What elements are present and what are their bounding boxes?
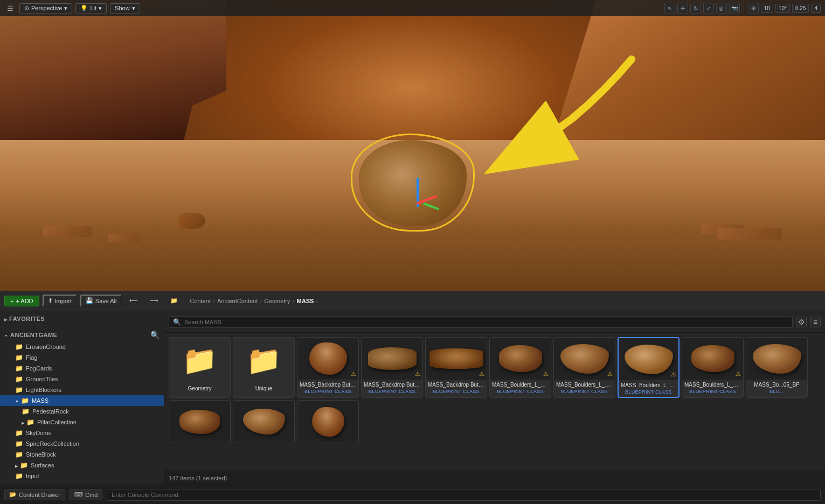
asset-thumb-8 — [746, 338, 807, 380]
sidebar-item-pedestalrock[interactable]: 📁 PedestalRock — [0, 406, 164, 417]
import-button[interactable]: ⬆ Import — [43, 295, 77, 307]
favorites-header[interactable]: FAVORITES — [0, 313, 164, 324]
cb-search-bar: 🔍 ⚙ ≡ — [164, 311, 825, 333]
asset-boulders-l01[interactable]: ⚠ MASS_Boulders_L_01_BP BLUEPRINT CLASS — [489, 337, 551, 398]
asset-row2-1[interactable] — [169, 400, 231, 443]
sidebar-item-pillarcollection[interactable]: 📁 PillarCollection — [0, 417, 164, 428]
asset-name-4: MASS_Boulders_L_01_BP — [490, 380, 551, 389]
history-back-button[interactable]: ⟵ — [125, 296, 142, 306]
breadcrumb-content[interactable]: Content — [190, 298, 211, 304]
ancient-game-search-icon[interactable]: 🔍 — [150, 331, 160, 339]
content-drawer-button[interactable]: 📂 Content Drawer — [4, 489, 65, 500]
asset-backdrop-m01[interactable]: ⚠ MASS_Backdrop Butte_M_01_BP BLUEPRINT … — [361, 337, 423, 398]
asset-backdrop-s01[interactable]: ⚠ MASS_Backdrop Butte_S_01_BP BLUEPRINT … — [425, 337, 487, 398]
filter-icon[interactable]: ≡ — [810, 317, 821, 327]
folder-unique-name: Unique — [233, 383, 294, 393]
asset-type-1: BLUEPRINT CLASS — [297, 389, 358, 396]
bottom-bar: 📂 Content Drawer ⌨ Cmd — [0, 485, 825, 504]
viewport[interactable]: ☰ ⊙ Perspective ▾ 💡 Lit ▾ Show ▾ ↖ ✛ ↻ ⤢… — [0, 0, 825, 291]
transform-gizmo[interactable] — [407, 164, 429, 207]
sidebar-item-erosion[interactable]: 📁 ErosionGround — [0, 341, 164, 352]
asset-name-1: MASS_Backdrop Butte_L_01_BP — [297, 380, 358, 389]
sidebar-item-skydome[interactable]: 📁 SkyDome — [0, 428, 164, 438]
asset-boulders-l02[interactable]: ⚠ MASS_Boulders_L_02_BP BLUEPRINT CLASS — [553, 337, 615, 398]
folder-icon-erosion: 📁 — [15, 343, 23, 351]
import-label: Import — [55, 298, 72, 304]
asset-boulders-l03[interactable]: ⚠ MASS_Boulders_L_03_BP BLUEPRINT CLASS — [618, 337, 680, 398]
breadcrumb: Content › AncientContent › Geometry › MA… — [190, 297, 318, 305]
favorites-section: FAVORITES — [0, 311, 164, 326]
scale-value[interactable]: 0.25 — [792, 4, 809, 13]
sidebar-item-groundtiles[interactable]: 📁 GroundTiles — [0, 374, 164, 384]
rotate-tool[interactable]: ↻ — [690, 3, 701, 13]
sidebar-item-mass[interactable]: 📁 MASS — [0, 395, 164, 406]
add-button[interactable]: + + ADD — [4, 296, 39, 306]
history-forward-button[interactable]: ⟶ — [145, 296, 163, 306]
asset-boulders-l05[interactable]: MASS_Bo...05_BP BLU... — [746, 337, 808, 398]
local-tool[interactable]: ◎ — [716, 3, 727, 13]
breadcrumb-geometry[interactable]: Geometry — [264, 298, 290, 304]
folder-icon-surfaces: 📁 — [20, 461, 28, 469]
asset-boulders-l04[interactable]: ⚠ MASS_Boulders_L_04_BP BLUEPRINT CLASS — [682, 337, 744, 398]
asset-thumb-1: ⚠ — [297, 338, 358, 380]
favorites-label: FAVORITES — [9, 316, 45, 322]
camera-speed-text: 4 — [814, 5, 817, 11]
sidebar-item-surfaces[interactable]: 📁 Surfaces — [0, 460, 164, 471]
asset-row2-2[interactable] — [233, 400, 295, 443]
folder-geometry[interactable]: 📁 Geometry — [169, 337, 231, 398]
asset-name-8: MASS_Bo...05_BP — [746, 380, 807, 389]
lighting-dropdown[interactable]: 💡 Lit ▾ — [75, 3, 107, 13]
search-input[interactable] — [169, 316, 793, 328]
sidebar-item-fogcards[interactable]: 📁 FogCards — [0, 363, 164, 374]
surfaces-label: Surfaces — [31, 462, 54, 468]
rock-shape-8 — [753, 344, 801, 374]
move-tool[interactable]: ✛ — [677, 3, 688, 13]
angle-value[interactable]: 10° — [775, 4, 790, 13]
rock-r2-2 — [243, 409, 285, 435]
sidebar-item-flag[interactable]: 📁 Flag — [0, 352, 164, 363]
lighting-icon: 💡 — [80, 5, 88, 12]
sidebar-item-lightblockers[interactable]: 📁 LightBlockers — [0, 384, 164, 395]
camera-tool[interactable]: 📷 — [729, 3, 740, 13]
asset-type-2: BLUEPRINT CLASS — [362, 389, 422, 396]
breadcrumb-mass[interactable]: MASS — [297, 298, 314, 304]
select-tool[interactable]: ↖ — [664, 3, 675, 13]
ancient-game-header[interactable]: ANCIENTGAME 🔍 — [0, 328, 164, 341]
breadcrumb-ancient[interactable]: AncientContent — [217, 298, 258, 304]
scale-tool[interactable]: ⤢ — [703, 3, 714, 13]
search-wrapper: 🔍 — [169, 316, 793, 328]
save-all-button[interactable]: 💾 Save All — [80, 295, 122, 307]
input-label: Input — [26, 473, 39, 479]
folder-icon-pillar: 📁 — [26, 418, 34, 426]
perspective-label: Perspective — [31, 5, 62, 11]
asset-backdrop-l01[interactable]: ⚠ MASS_Backdrop Butte_L_01_BP BLUEPRINT … — [297, 337, 359, 398]
folder-view-button[interactable]: 📁 — [166, 296, 182, 306]
settings-icon[interactable]: ⚙ — [796, 317, 807, 327]
rock-shape-3 — [429, 348, 483, 369]
asset-name-3: MASS_Backdrop Butte_S_01_BP — [426, 380, 487, 389]
folder-icon-pedestal: 📁 — [22, 408, 30, 415]
ancient-game-chevron — [4, 332, 8, 338]
mass-label: MASS — [32, 397, 48, 404]
sidebar-item-stoneblock[interactable]: 📁 StoneBlock — [0, 449, 164, 460]
folder-unique[interactable]: 📁 Unique — [233, 337, 295, 398]
content-drawer-label: Content Drawer — [19, 492, 60, 498]
favorites-chevron — [4, 316, 8, 322]
console-input[interactable] — [107, 489, 821, 501]
camera-speed[interactable]: 4 — [811, 4, 821, 13]
show-dropdown[interactable]: Show ▾ — [110, 3, 140, 13]
menu-button[interactable]: ☰ — [4, 2, 16, 14]
cmd-button[interactable]: ⌨ Cmd — [70, 489, 102, 500]
grid-size[interactable]: 10 — [761, 4, 773, 13]
spirerocks-label: SpireRockCollection — [26, 440, 79, 447]
warning-icon-7: ⚠ — [736, 370, 741, 377]
asset-row2-3[interactable] — [297, 400, 359, 443]
grid-toggle[interactable]: ⊞ — [748, 3, 759, 13]
sidebar-item-spirerocks[interactable]: 📁 SpireRockCollection — [0, 438, 164, 449]
folder-icon-lightblockers: 📁 — [15, 386, 23, 394]
folder-unique-large-icon: 📁 — [246, 344, 281, 377]
sidebar-item-input[interactable]: 📁 Input — [0, 471, 164, 481]
asset-thumb-4: ⚠ — [490, 338, 551, 380]
perspective-dropdown[interactable]: ⊙ Perspective ▾ — [19, 3, 72, 13]
asset-row2-thumb-2 — [233, 401, 294, 443]
